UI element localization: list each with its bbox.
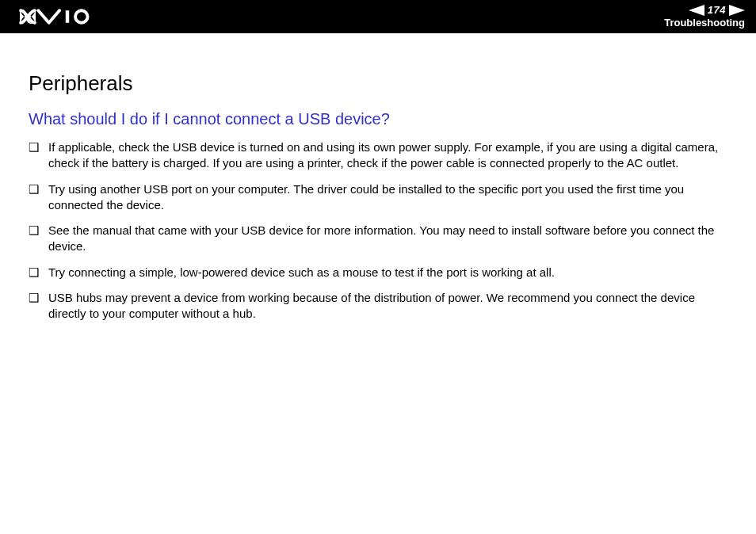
- list-item: ❑ Try connecting a simple, low-powered d…: [29, 265, 727, 280]
- svg-point-1: [75, 10, 88, 23]
- list-item: ❑ If applicable, check the USB device is…: [29, 139, 727, 172]
- bullet-icon: ❑: [29, 291, 39, 305]
- document-page: 174 Troubleshooting Peripherals What sho…: [0, 0, 756, 534]
- list-item: ❑ USB hubs may prevent a device from wor…: [29, 290, 727, 322]
- vaio-logo: [16, 9, 103, 25]
- bullet-list: ❑ If applicable, check the USB device is…: [29, 139, 727, 322]
- bullet-icon: ❑: [29, 140, 39, 154]
- list-item: ❑ See the manual that came with your USB…: [29, 223, 727, 255]
- svg-marker-3: [729, 5, 745, 16]
- page-content: Peripherals What should I do if I cannot…: [0, 33, 756, 322]
- bullet-icon: ❑: [29, 265, 39, 280]
- list-item-text: Try connecting a simple, low-powered dev…: [48, 265, 727, 280]
- svg-marker-2: [689, 5, 704, 16]
- list-item-text: See the manual that came with your USB d…: [48, 223, 727, 255]
- page-header: 174 Troubleshooting: [0, 0, 756, 33]
- next-page-arrow-icon[interactable]: [729, 5, 745, 16]
- list-item-text: Try using another USB port on your compu…: [48, 181, 727, 214]
- header-right: 174 Troubleshooting: [664, 5, 745, 29]
- faq-question: What should I do if I cannot connect a U…: [29, 110, 727, 128]
- bullet-icon: ❑: [29, 182, 39, 196]
- prev-page-arrow-icon[interactable]: [689, 5, 704, 16]
- svg-rect-0: [66, 10, 69, 23]
- page-navigator: 174: [689, 5, 745, 16]
- list-item-text: USB hubs may prevent a device from worki…: [48, 290, 727, 322]
- list-item: ❑ Try using another USB port on your com…: [29, 181, 727, 214]
- section-label: Troubleshooting: [664, 17, 745, 29]
- list-item-text: If applicable, check the USB device is t…: [48, 139, 727, 172]
- bullet-icon: ❑: [29, 223, 39, 238]
- page-number: 174: [706, 5, 727, 16]
- page-title: Peripherals: [29, 71, 727, 96]
